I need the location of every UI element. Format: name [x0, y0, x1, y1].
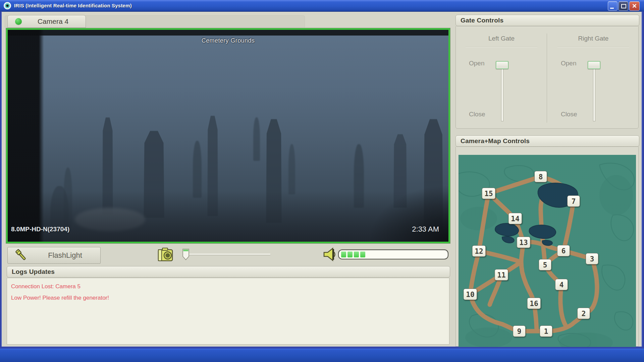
zoom-slider-thumb[interactable]: [182, 248, 190, 260]
flashlight-button[interactable]: FlashLight: [7, 247, 101, 264]
map-camera-button-14[interactable]: 14: [508, 213, 522, 224]
cemetery-map: 12345678910111213141516: [459, 155, 636, 347]
map-camera-button-7[interactable]: 7: [567, 195, 580, 207]
gate-controls-title: Gate Controls: [461, 15, 503, 26]
iris-eye-icon: [3, 2, 11, 10]
flashlight-icon: [12, 248, 31, 263]
logs-title: Logs Updates: [12, 266, 55, 277]
power-speaker-icon: [322, 246, 337, 262]
map-camera-button-12[interactable]: 12: [472, 245, 486, 257]
map-camera-button-15[interactable]: 15: [482, 188, 495, 199]
logs-list: Connection Lost: Camera 5Low Power! Plea…: [7, 278, 449, 345]
zoom-slider-track[interactable]: [187, 254, 270, 255]
taskbar: tomat OS Iris.exe 34 2:33 AM: [0, 349, 644, 362]
right-gate-rule: [557, 47, 629, 47]
close-button[interactable]: ✕: [629, 1, 640, 11]
minimize-button[interactable]: [608, 1, 618, 11]
map-camera-button-13[interactable]: 13: [517, 237, 530, 248]
power-segment: [347, 251, 353, 257]
titlebar: IRIS (Intelligent Real-time Identificati…: [0, 0, 644, 12]
map-camera-button-11[interactable]: 11: [494, 269, 508, 281]
camera-feed-frame: Cemetery Grounds 8.0MP-HD-N(23704) 2:33 …: [6, 28, 450, 243]
window-title: IRIS (Intelligent Real-time Identificati…: [14, 0, 132, 11]
generator-power-bar: [338, 249, 448, 259]
right-gate-slider-thumb[interactable]: [588, 61, 600, 69]
left-gate-slider-track[interactable]: [501, 64, 503, 121]
left-gate-open-label: Open: [469, 60, 484, 67]
camera-online-indicator: [15, 18, 22, 25]
map-camera-button-5[interactable]: 5: [539, 259, 551, 270]
left-gate-rule: [466, 47, 537, 47]
map-camera-button-3[interactable]: 3: [586, 253, 598, 264]
camera-info-label: 8.0MP-HD-N(23704): [11, 226, 69, 233]
gate-controls-header: Gate Controls: [455, 15, 639, 26]
map-camera-button-10[interactable]: 10: [463, 289, 477, 300]
camera-time-label: 2:33 AM: [412, 225, 439, 234]
power-segment: [360, 251, 365, 257]
gate-panel-divider: [547, 34, 548, 123]
logs-header: Logs Updates: [7, 266, 450, 278]
right-gate-close-label: Close: [561, 111, 577, 118]
tab-camera-4[interactable]: Camera 4: [7, 15, 86, 28]
power-segment: [341, 251, 346, 257]
zoom-camera-icon: [156, 246, 176, 263]
maximize-button[interactable]: [619, 1, 628, 11]
video-scanlines: [8, 30, 448, 242]
map-camera-button-16[interactable]: 16: [527, 298, 541, 309]
camera-video: Cemetery Grounds 8.0MP-HD-N(23704) 2:33 …: [8, 30, 448, 242]
window-border-right: [642, 11, 644, 349]
power-segment: [354, 251, 359, 257]
log-entry: Connection Lost: Camera 5: [11, 283, 445, 290]
camera-location-label: Cemetery Grounds: [8, 37, 448, 44]
map-camera-button-2[interactable]: 2: [577, 308, 590, 319]
iris-app-window: IRIS (Intelligent Real-time Identificati…: [0, 0, 644, 362]
map-panel-header: Camera+Map Controls: [455, 135, 639, 147]
right-gate-slider-track[interactable]: [593, 64, 595, 121]
log-entry: Low Power! Please refill the generator!: [11, 295, 445, 301]
left-gate-slider-thumb[interactable]: [496, 61, 508, 69]
camera-tab-label: Camera 4: [28, 15, 78, 27]
map-camera-button-1[interactable]: 1: [540, 325, 552, 337]
right-gate-open-label: Open: [561, 60, 576, 67]
map-camera-button-9[interactable]: 9: [513, 325, 526, 337]
flashlight-label: FlashLight: [36, 247, 94, 263]
left-gate-title: Left Gate: [466, 35, 537, 42]
right-gate-title: Right Gate: [558, 35, 629, 42]
map-panel-title: Camera+Map Controls: [461, 136, 530, 146]
left-gate-close-label: Close: [469, 111, 485, 118]
map-camera-button-8[interactable]: 8: [534, 171, 547, 182]
map-camera-button-6[interactable]: 6: [557, 245, 570, 256]
map-camera-button-4[interactable]: 4: [555, 279, 568, 290]
window-border-left: [0, 11, 2, 347]
